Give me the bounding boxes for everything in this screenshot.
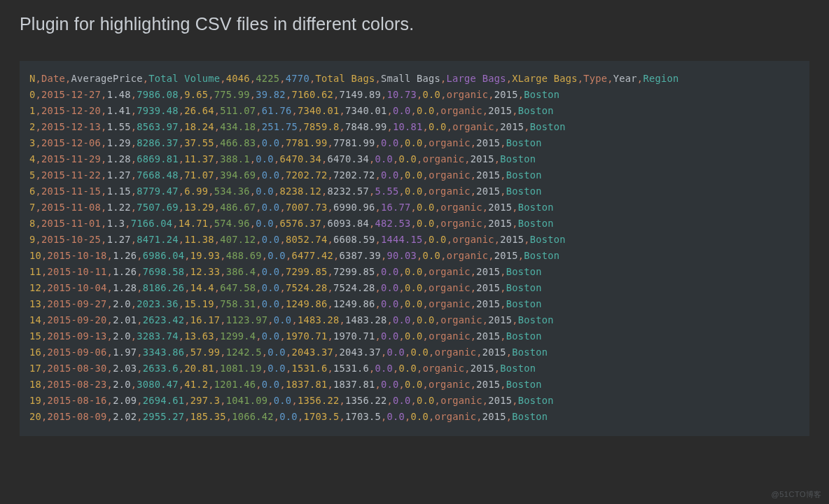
csv-cell: 10.81 — [393, 121, 423, 132]
csv-cell: organic — [429, 186, 471, 197]
csv-separator: , — [41, 363, 48, 374]
csv-separator: , — [440, 250, 447, 261]
csv-cell: 8563.97 — [137, 121, 179, 132]
csv-separator: , — [36, 121, 42, 132]
csv-cell: organic — [429, 266, 471, 277]
csv-cell: 775.99 — [214, 89, 250, 100]
csv-separator: , — [375, 73, 381, 84]
csv-separator: , — [339, 395, 345, 406]
csv-separator: , — [137, 250, 143, 261]
csv-separator: , — [423, 282, 429, 293]
csv-separator: , — [41, 411, 48, 422]
csv-cell: 1081.19 — [220, 363, 262, 374]
csv-separator: , — [500, 186, 506, 197]
page-title: Plugin for highlighting CSV files in dif… — [0, 0, 829, 34]
csv-separator: , — [405, 346, 411, 358]
csv-cell: 8186.26 — [143, 282, 185, 293]
csv-cell: 7668.48 — [137, 169, 179, 181]
csv-cell: 13.29 — [184, 202, 214, 213]
csv-separator: , — [220, 266, 226, 277]
csv-cell: 2015-11-15 — [41, 186, 101, 197]
csv-separator: , — [208, 379, 214, 390]
csv-cell: organic — [429, 379, 471, 390]
csv-cell: 39.82 — [256, 89, 286, 100]
csv-cell: Boston — [506, 266, 542, 277]
csv-separator: , — [101, 202, 107, 213]
csv-cell: 0.0 — [405, 137, 423, 148]
csv-data-row: 5,2015-11-22,1.27,7668.48,71.07,394.69,0… — [29, 167, 800, 183]
csv-separator: , — [279, 73, 286, 84]
csv-cell: 1703.5 — [345, 411, 381, 422]
csv-cell: Boston — [518, 314, 554, 326]
csv-separator: , — [399, 266, 405, 277]
csv-cell: Boston — [530, 234, 566, 245]
csv-cell: organic — [429, 330, 471, 342]
csv-header-cell: 4046 — [226, 73, 250, 84]
csv-separator: , — [369, 218, 375, 229]
csv-separator: , — [256, 121, 262, 132]
csv-cell: 2015-08-30 — [48, 363, 107, 374]
csv-separator: , — [101, 121, 107, 132]
csv-separator: , — [184, 346, 190, 358]
csv-cell: 0 — [29, 89, 36, 100]
csv-cell: 37.55 — [184, 137, 214, 148]
csv-cell: 2015 — [476, 186, 500, 197]
csv-cell: 0.0 — [375, 363, 393, 374]
csv-cell: 297.3 — [190, 395, 221, 406]
csv-separator: , — [107, 379, 113, 390]
csv-cell: 407.12 — [220, 234, 256, 245]
csv-separator: , — [36, 137, 42, 148]
csv-separator: , — [41, 379, 48, 390]
csv-cell: 2015 — [500, 121, 524, 132]
csv-cell: 15 — [29, 330, 41, 342]
csv-separator: , — [494, 121, 501, 132]
csv-cell: 574.96 — [214, 218, 250, 229]
csv-separator: , — [387, 395, 393, 406]
csv-cell: 2015 — [488, 105, 512, 116]
csv-separator: , — [482, 105, 489, 116]
csv-cell: 2015 — [476, 169, 500, 181]
csv-separator: , — [36, 89, 42, 100]
csv-cell: 7781.99 — [333, 137, 375, 148]
csv-separator: , — [494, 153, 501, 164]
csv-separator: , — [423, 169, 429, 181]
csv-cell: 1299.4 — [220, 330, 256, 342]
csv-data-row: 6,2015-11-15,1.15,8779.47,6.99,534.36,0.… — [29, 183, 800, 200]
csv-cell: organic — [429, 282, 471, 293]
csv-cell: 41.2 — [184, 379, 208, 390]
csv-separator: , — [131, 169, 137, 181]
csv-cell: 7299.85 — [333, 266, 375, 277]
csv-separator: , — [36, 218, 42, 229]
csv-header-cell: Type — [583, 73, 607, 84]
csv-cell: 0.0 — [381, 137, 399, 148]
csv-data-row: 0,2015-12-27,1.48,7986.08,9.65,775.99,39… — [29, 87, 800, 103]
csv-cell: 0.0 — [262, 298, 280, 309]
csv-header-cell: Year — [613, 73, 637, 84]
csv-separator: , — [488, 89, 494, 100]
csv-separator: , — [36, 73, 42, 84]
csv-separator: , — [500, 282, 506, 293]
csv-cell: 1.97 — [113, 346, 137, 358]
csv-cell: 0.0 — [262, 266, 280, 277]
csv-cell: 15.19 — [184, 298, 214, 309]
csv-separator: , — [208, 89, 214, 100]
csv-cell: 0.0 — [393, 395, 411, 406]
csv-cell: 2.0 — [113, 298, 131, 309]
csv-separator: , — [41, 266, 48, 277]
csv-separator: , — [179, 121, 185, 132]
csv-cell: 0.0 — [417, 314, 435, 326]
csv-cell: 0.0 — [417, 105, 435, 116]
csv-cell: 0.0 — [411, 411, 429, 422]
csv-cell: 11 — [29, 266, 41, 277]
csv-data-row: 14,2015-09-20,2.01,2623.42,16.17,1123.97… — [29, 312, 800, 328]
csv-separator: , — [399, 169, 405, 181]
csv-separator: , — [500, 330, 506, 342]
csv-separator: , — [107, 266, 113, 277]
csv-cell: 71.07 — [184, 169, 214, 181]
csv-cell: 1.48 — [107, 89, 131, 100]
csv-cell: 0.0 — [262, 137, 280, 148]
csv-cell: Boston — [524, 250, 559, 261]
csv-cell: Boston — [500, 363, 536, 374]
csv-cell: organic — [435, 346, 477, 358]
csv-separator: , — [471, 186, 477, 197]
